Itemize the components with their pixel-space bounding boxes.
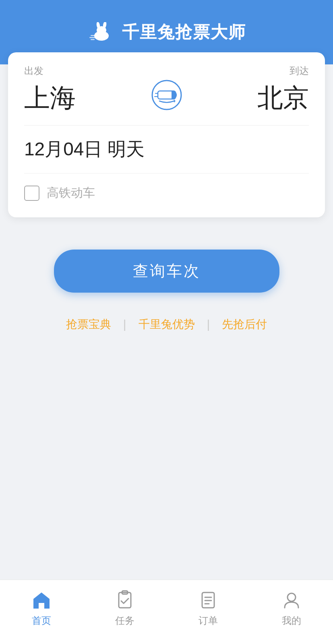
nav-label-task: 任务	[115, 614, 134, 627]
nav-item-task[interactable]: 任务	[105, 589, 145, 627]
svg-rect-6	[91, 39, 95, 40]
task-icon	[114, 589, 136, 611]
nav-item-home[interactable]: 首页	[21, 589, 62, 627]
from-label: 出发	[24, 64, 76, 77]
search-card: 出发 上海	[8, 52, 325, 217]
app-logo	[87, 22, 116, 42]
link-advantage[interactable]: 千里兔优势	[126, 317, 207, 332]
filter-label: 高铁动车	[47, 185, 95, 201]
svg-rect-12	[119, 592, 131, 608]
date-text: 12月04日 明天	[24, 138, 145, 159]
svg-rect-5	[89, 37, 96, 38]
filter-row: 高铁动车	[24, 173, 309, 205]
order-icon	[197, 589, 219, 611]
spacer1	[8, 217, 325, 250]
nav-label-home: 首页	[32, 614, 51, 627]
svg-point-7	[152, 80, 181, 109]
main-content: 出发 上海	[0, 64, 333, 580]
nav-label-order: 订单	[199, 614, 218, 627]
bottom-nav: 首页 任务 订单	[0, 580, 333, 644]
to-city: 北京	[257, 80, 309, 116]
divider1: |	[123, 318, 126, 331]
svg-point-18	[287, 593, 296, 601]
svg-marker-11	[174, 99, 176, 103]
date-row[interactable]: 12月04日 明天	[24, 126, 309, 173]
links-row: 抢票宝典 | 千里兔优势 | 先抢后付	[8, 317, 325, 332]
route-row: 出发 上海	[24, 64, 309, 126]
to-section[interactable]: 到达 北京	[257, 64, 309, 116]
nav-item-mine[interactable]: 我的	[271, 589, 312, 627]
profile-icon	[281, 589, 302, 611]
link-pay-later[interactable]: 先抢后付	[210, 317, 279, 332]
search-button[interactable]: 查询车次	[54, 250, 279, 293]
svg-rect-4	[91, 35, 95, 36]
link-ticket-guide[interactable]: 抢票宝典	[54, 317, 123, 332]
flex-spacer	[8, 332, 325, 580]
app-title: 千里兔抢票大师	[122, 21, 246, 43]
to-label: 到达	[290, 64, 309, 77]
switch-icon[interactable]	[151, 79, 183, 111]
divider2: |	[207, 318, 210, 331]
home-icon	[31, 589, 52, 611]
nav-item-order[interactable]: 订单	[188, 589, 228, 627]
nav-label-mine: 我的	[282, 614, 301, 627]
from-section[interactable]: 出发 上海	[24, 64, 76, 116]
from-city: 上海	[24, 80, 76, 116]
highspeed-checkbox[interactable]	[24, 186, 39, 201]
